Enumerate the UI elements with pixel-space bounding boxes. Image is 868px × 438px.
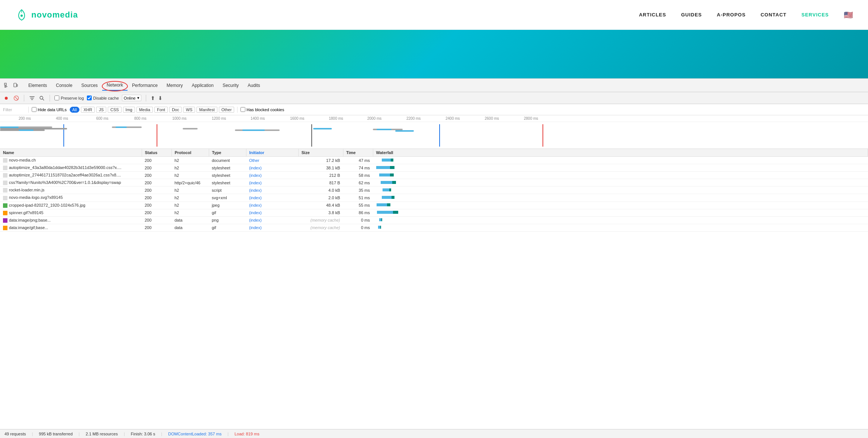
table-row[interactable]: css?family=Nunito%3A400%2C700&ver=1.0.1&… [0, 179, 868, 187]
col-header-protocol[interactable]: Protocol [172, 149, 209, 157]
table-row[interactable]: autoptimize_43a3a80da1ddae40282b3d11d3e5… [0, 164, 868, 172]
logo-icon [15, 8, 28, 22]
name-cell: autoptimize_274461711518702ca2aceff4ae30… [0, 172, 142, 179]
nav-guides[interactable]: GUIDES [681, 12, 702, 18]
status-cell: 200 [142, 224, 172, 231]
nav-apropos[interactable]: A-PROPOS [717, 12, 746, 18]
table-row[interactable]: novo-media-logo.svg?x89145 200 h2 svg+xm… [0, 194, 868, 201]
filter-btn-xhr[interactable]: XHR [81, 107, 95, 113]
dom-loaded-line [63, 124, 64, 147]
site-logo[interactable]: novomedia [15, 8, 78, 22]
waterfall-bar [376, 210, 413, 214]
col-header-initiator[interactable]: Initiator [246, 149, 298, 157]
load-line-2 [311, 124, 312, 147]
waterfall-cell [373, 224, 868, 231]
disable-cache-checkbox[interactable] [87, 96, 92, 100]
tab-memory[interactable]: Memory [162, 81, 187, 90]
filter-btn-all[interactable]: All [70, 107, 79, 113]
filter-btn-manifest[interactable]: Manifest [196, 107, 217, 113]
timeline-label-800: 800 ms [134, 116, 147, 121]
table-row[interactable]: rocket-loader.min.js 200 h2 script (inde… [0, 187, 868, 194]
has-blocked-checkbox[interactable] [240, 107, 245, 112]
devtools-icons [3, 82, 19, 89]
language-flag[interactable]: 🇺🇸 [844, 10, 853, 19]
status-cell: 200 [142, 172, 172, 179]
col-header-name[interactable]: Name [0, 149, 142, 157]
col-header-waterfall[interactable]: Waterfall [373, 149, 868, 157]
time-cell: 55 ms [343, 201, 373, 209]
type-cell: png [209, 216, 246, 224]
has-blocked-check[interactable]: Has blocked cookies [240, 107, 284, 112]
timeline-label-1000: 1000 ms [172, 116, 186, 121]
filter-btn-media[interactable]: Media [136, 107, 153, 113]
export-icon[interactable]: ⬇ [158, 95, 163, 101]
timeline-label-2800: 2800 ms [524, 116, 538, 121]
waterfall-cell [373, 164, 868, 172]
record-button[interactable]: ⏺ [3, 95, 10, 101]
filter-btn-ws[interactable]: WS [183, 107, 195, 113]
device-icon[interactable] [12, 82, 19, 89]
hide-data-urls-checkbox[interactable] [32, 107, 37, 112]
png-icon [3, 218, 7, 223]
toolbar-separator-3 [146, 95, 146, 101]
hide-data-urls-check[interactable]: Hide data URLs [32, 107, 67, 112]
tab-performance[interactable]: Performance [128, 81, 162, 90]
filter-btn-font[interactable]: Font [154, 107, 168, 113]
filter-btn-css[interactable]: CSS [108, 107, 122, 113]
timeline-label-1600: 1600 ms [290, 116, 304, 121]
name-cell: data:image/gif;base... [0, 224, 142, 231]
tab-sources[interactable]: Sources [77, 81, 102, 90]
nav-services[interactable]: SERVICES [801, 12, 829, 18]
status-cell: 200 [142, 164, 172, 172]
search-icon[interactable] [38, 95, 45, 101]
tab-console[interactable]: Console [51, 81, 77, 90]
table-row[interactable]: data:image/gif;base... 200 data gif (ind… [0, 224, 868, 231]
img-icon [3, 203, 7, 208]
size-cell: 2.0 kB [328, 195, 340, 200]
type-cell: script [209, 187, 246, 194]
filter-btn-img[interactable]: Img [123, 107, 135, 113]
table-row[interactable]: spinner.gif?x89145 200 h2 gif (index) 3.… [0, 209, 868, 216]
filter-icon[interactable] [29, 95, 35, 101]
tab-elements[interactable]: Elements [24, 81, 51, 90]
tab-application[interactable]: Application [187, 81, 218, 90]
filter-btn-doc[interactable]: Doc [169, 107, 182, 113]
initiator-cell: (index) [246, 179, 298, 187]
site-nav: ARTICLES GUIDES A-PROPOS CONTACT SERVICE… [639, 10, 853, 19]
preserve-log-checkbox[interactable] [54, 96, 59, 100]
table-row[interactable]: autoptimize_274461711518702ca2aceff4ae30… [0, 172, 868, 179]
load-line-3 [542, 124, 543, 147]
size-cell: 817 B [329, 181, 340, 185]
filter-btn-js[interactable]: JS [96, 107, 106, 113]
timeline-label-200: 200 ms [19, 116, 31, 121]
col-header-time[interactable]: Time [343, 149, 373, 157]
tab-security[interactable]: Security [218, 81, 243, 90]
col-header-size[interactable]: Size [298, 149, 343, 157]
filter-btn-other[interactable]: Other [219, 107, 235, 113]
chevron-down-icon: ▾ [137, 96, 139, 100]
stop-button[interactable]: 🚫 [13, 95, 19, 101]
name-cell: spinner.gif?x89145 [0, 209, 142, 216]
network-rows: novo-media.ch 200 h2 document Other 17.2… [0, 157, 868, 232]
filter-placeholder: Filter [3, 107, 25, 112]
svg-line-8 [43, 99, 44, 100]
tab-audits[interactable]: Audits [243, 81, 264, 90]
disable-cache-check[interactable]: Disable cache [87, 96, 119, 100]
tab-network[interactable]: Network [102, 80, 128, 91]
col-header-type[interactable]: Type [209, 149, 246, 157]
import-icon[interactable]: ⬆ [151, 95, 155, 101]
table-row[interactable]: cropped-ipad-820272_1920-1024x576.jpg 20… [0, 201, 868, 209]
waterfall-cell [373, 201, 868, 209]
inspect-icon[interactable] [3, 82, 10, 89]
logo-part2: media [53, 10, 78, 19]
table-row[interactable]: data:image/png;base... 200 data png (ind… [0, 216, 868, 224]
nav-contact[interactable]: CONTACT [761, 12, 787, 18]
protocol-cell: h2 [172, 157, 209, 164]
preserve-log-check[interactable]: Preserve log [54, 96, 84, 100]
table-row[interactable]: novo-media.ch 200 h2 document Other 17.2… [0, 157, 868, 164]
throttle-select[interactable]: Online ▾ [122, 95, 141, 101]
type-cell: stylesheet [209, 172, 246, 179]
nav-articles[interactable]: ARTICLES [639, 12, 666, 18]
col-header-status[interactable]: Status [142, 149, 172, 157]
waterfall-cell [373, 172, 868, 179]
